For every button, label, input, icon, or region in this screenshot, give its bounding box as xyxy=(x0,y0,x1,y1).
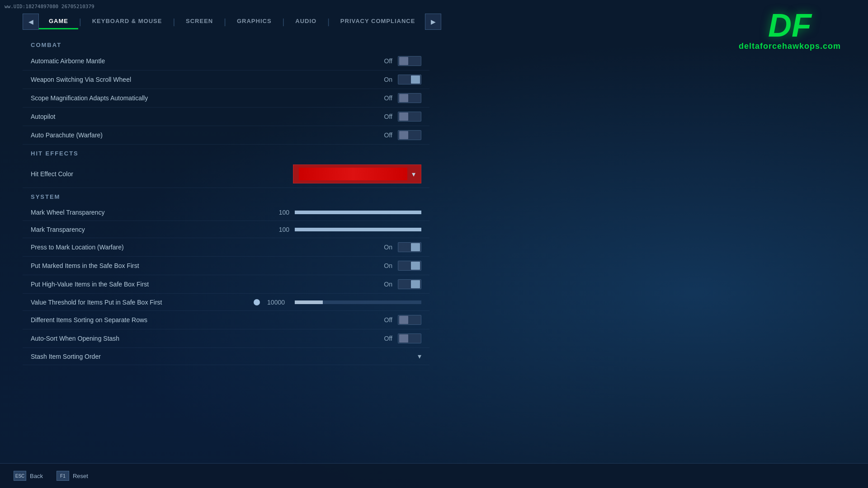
toggle-weapon-scroll[interactable] xyxy=(398,75,421,84)
sep-4: | xyxy=(282,17,286,27)
label-autopilot: Autopilot xyxy=(31,113,379,120)
value-auto-parachute: Off xyxy=(379,131,392,139)
toggle-knob-auto-sort-stash xyxy=(399,334,408,343)
sep-5: | xyxy=(326,17,330,27)
setting-weapon-scroll: Weapon Switching Via Scroll Wheel On xyxy=(23,70,429,89)
tab-graphics[interactable]: GRAPHICS xyxy=(227,14,282,29)
slider-track-mark-wheel xyxy=(295,211,421,214)
label-hit-effect-color: Hit Effect Color xyxy=(31,170,293,178)
setting-value-threshold: Value Threshold for Items Put in Safe Bo… xyxy=(23,294,429,311)
sep-2: | xyxy=(172,17,176,27)
toggle-knob-put-high-value xyxy=(411,280,420,288)
setting-auto-airborne-mantle: Automatic Airborne Mantle Off xyxy=(23,52,429,70)
toggle-knob-put-marked-items xyxy=(411,262,420,270)
label-weapon-scroll: Weapon Switching Via Scroll Wheel xyxy=(31,76,379,83)
toggle-press-mark-location[interactable] xyxy=(398,242,421,252)
logo: DF deltaforcehawkops.com xyxy=(739,9,841,51)
tab-privacy[interactable]: PRIVACY COMPLIANCE xyxy=(330,14,425,29)
toggle-different-items-sorting[interactable] xyxy=(398,315,421,325)
value-weapon-scroll: On xyxy=(379,76,392,83)
setting-auto-sort-stash: Auto-Sort When Opening Stash Off xyxy=(23,329,429,348)
value-scope-magnification: Off xyxy=(379,94,392,102)
setting-press-mark-location: Press to Mark Location (Warfare) On xyxy=(23,238,429,257)
dropdown-stash-arrow-icon: ▾ xyxy=(418,352,421,361)
toggle-auto-sort-stash[interactable] xyxy=(398,333,421,343)
label-put-marked-items: Put Marked Items in the Safe Box First xyxy=(31,262,379,269)
setting-mark-transparency: Mark Transparency 100 xyxy=(23,221,429,238)
back-label: Back xyxy=(30,473,43,479)
label-mark-transparency: Mark Transparency xyxy=(31,226,276,233)
bottom-bar: ESC Back F1 Reset xyxy=(0,463,868,488)
toggle-autopilot[interactable] xyxy=(398,112,421,122)
toggle-put-high-value[interactable] xyxy=(398,279,421,289)
tab-audio[interactable]: AUDIO xyxy=(285,14,326,29)
value-threshold-num: 10000 xyxy=(267,299,285,306)
label-auto-parachute: Auto Parachute (Warfare) xyxy=(31,131,379,139)
dropdown-hit-effect-color[interactable]: ▾ xyxy=(293,164,421,183)
toggle-knob-weapon-scroll xyxy=(411,75,420,84)
value-mark-transparency: 100 xyxy=(276,226,289,233)
value-put-marked-items: On xyxy=(379,262,392,269)
color-block-red xyxy=(299,168,407,180)
toggle-put-marked-items[interactable] xyxy=(398,261,421,271)
setting-autopilot: Autopilot Off xyxy=(23,108,429,126)
label-mark-wheel-transparency: Mark Wheel Transparency xyxy=(31,209,276,216)
setting-mark-wheel-transparency: Mark Wheel Transparency 100 xyxy=(23,204,429,221)
section-system-header: SYSTEM xyxy=(23,188,429,204)
slider-dot-icon xyxy=(254,299,260,305)
value-put-high-value: On xyxy=(379,281,392,288)
label-press-mark-location: Press to Mark Location (Warfare) xyxy=(31,244,379,251)
setting-put-high-value: Put High-Value Items in the Safe Box Fir… xyxy=(23,275,429,294)
slider-track-mark xyxy=(295,228,421,231)
slider-track-threshold xyxy=(295,300,421,304)
value-mark-wheel-transparency: 100 xyxy=(276,209,289,216)
tab-game[interactable]: GAME xyxy=(39,14,78,29)
toggle-auto-airborne-mantle[interactable] xyxy=(398,56,421,66)
dropdown-stash-sorting[interactable]: ▾ xyxy=(418,352,421,361)
slider-mark-transparency[interactable] xyxy=(295,228,421,231)
toggle-scope-magnification[interactable] xyxy=(398,93,421,103)
label-stash-item-sorting: Stash Item Sorting Order xyxy=(31,353,418,360)
reset-button[interactable]: F1 Reset xyxy=(57,471,88,481)
slider-fill-mark-wheel xyxy=(295,211,421,214)
label-scope-magnification: Scope Magnification Adapts Automatically xyxy=(31,94,379,102)
setting-put-marked-items: Put Marked Items in the Safe Box First O… xyxy=(23,257,429,275)
tab-screen[interactable]: SCREEN xyxy=(176,14,223,29)
toggle-knob-press-mark-location xyxy=(411,243,420,251)
nav-tabs: ◀ GAME | KEYBOARD & MOUSE | SCREEN | GRA… xyxy=(23,14,441,30)
main-content: COMBAT Automatic Airborne Mantle Off Wea… xyxy=(23,36,429,461)
toggle-knob-autopilot xyxy=(399,113,408,121)
value-press-mark-location: On xyxy=(379,244,392,251)
back-key-icon: ESC xyxy=(14,471,26,481)
slider-mark-wheel-transparency[interactable] xyxy=(295,211,421,214)
value-auto-sort-stash: Off xyxy=(379,335,392,342)
toggle-knob-auto-airborne-mantle xyxy=(399,57,408,65)
setting-stash-item-sorting: Stash Item Sorting Order ▾ xyxy=(23,348,429,365)
label-auto-sort-stash: Auto-Sort When Opening Stash xyxy=(31,335,379,342)
section-combat-header: COMBAT xyxy=(23,36,429,52)
slider-fill-mark xyxy=(295,228,421,231)
setting-auto-parachute: Auto Parachute (Warfare) Off xyxy=(23,126,429,145)
label-put-high-value: Put High-Value Items in the Safe Box Fir… xyxy=(31,281,379,288)
slider-value-threshold[interactable]: 10000 xyxy=(254,299,421,306)
toggle-auto-parachute[interactable] xyxy=(398,130,421,140)
toggle-knob-scope-magnification xyxy=(399,94,408,102)
logo-letters: DF xyxy=(739,9,841,42)
sep-1: | xyxy=(78,17,82,27)
value-autopilot: Off xyxy=(379,113,392,120)
nav-forward-btn[interactable]: ▶ xyxy=(425,14,441,30)
tab-keyboard[interactable]: KEYBOARD & MOUSE xyxy=(82,14,172,29)
uid-bar: ww.UID:18274897080 26705210379 xyxy=(5,4,94,9)
section-hit-effects-header: HIT EFFECTS xyxy=(23,145,429,160)
back-button[interactable]: ESC Back xyxy=(14,471,43,481)
label-different-items-sorting: Different Items Sorting on Separate Rows xyxy=(31,316,379,324)
setting-scope-magnification: Scope Magnification Adapts Automatically… xyxy=(23,89,429,108)
dropdown-arrow-icon: ▾ xyxy=(412,170,415,178)
toggle-knob-different-items-sorting xyxy=(399,316,408,324)
setting-different-items-sorting: Different Items Sorting on Separate Rows… xyxy=(23,311,429,329)
nav-back-btn[interactable]: ◀ xyxy=(23,14,39,30)
reset-label: Reset xyxy=(73,473,88,479)
label-auto-airborne-mantle: Automatic Airborne Mantle xyxy=(31,57,379,65)
value-auto-airborne-mantle: Off xyxy=(379,57,392,65)
slider-fill-threshold xyxy=(295,300,323,304)
